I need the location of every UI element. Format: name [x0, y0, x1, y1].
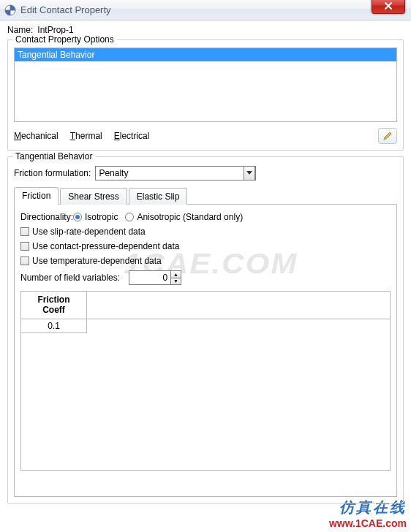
pressure-checkbox[interactable]: Use contact-pressure-dependent data	[20, 241, 179, 251]
tab-elastic-slip[interactable]: Elastic Slip	[129, 188, 188, 205]
field-vars-input[interactable]	[129, 271, 170, 284]
directionality-label: Directionality:	[20, 212, 73, 222]
pressure-label: Use contact-pressure-dependent data	[32, 241, 179, 251]
electrical-menu[interactable]: Electrical	[114, 131, 150, 141]
pencil-icon	[382, 131, 393, 141]
options-group: Contact Property Options Tangential Beha…	[7, 39, 404, 151]
tab-shear-stress[interactable]: Shear Stress	[60, 188, 127, 205]
close-icon	[384, 1, 393, 10]
anisotropic-label: Anisotropic (Standard only)	[137, 212, 243, 222]
friction-formulation-row: Friction formulation: Penalty	[14, 166, 397, 180]
dropdown-arrow-icon	[244, 166, 255, 180]
friction-table[interactable]: Friction Coeff 0.1	[20, 291, 391, 471]
isotropic-label: Isotropic	[85, 212, 118, 222]
slip-rate-row: Use slip-rate-dependent data	[20, 227, 391, 237]
options-list[interactable]: Tangential Behavior	[14, 48, 397, 122]
radio-icon	[73, 213, 82, 221]
spinner-up-icon[interactable]: ▲	[171, 271, 181, 278]
title-bar: Edit Contact Property	[0, 0, 411, 20]
isotropic-radio[interactable]: Isotropic	[73, 212, 118, 222]
window-title: Edit Contact Property	[20, 4, 111, 15]
field-vars-row: Number of field variables: ▲ ▼	[20, 270, 391, 285]
table-row[interactable]: 0.1	[21, 319, 390, 333]
spinner-buttons: ▲ ▼	[170, 271, 181, 284]
friction-coeff-header: Friction Coeff	[21, 292, 87, 319]
options-group-legend: Contact Property Options	[12, 34, 117, 45]
tab-friction[interactable]: Friction	[14, 187, 59, 205]
options-list-item[interactable]: Tangential Behavior	[15, 48, 396, 61]
temperature-row: Use temperature-dependent data	[20, 256, 391, 266]
edit-button[interactable]	[378, 128, 397, 144]
field-vars-spinner[interactable]: ▲ ▼	[129, 270, 181, 285]
temperature-checkbox[interactable]: Use temperature-dependent data	[20, 256, 162, 266]
name-row: Name: IntProp-1	[7, 25, 404, 35]
friction-tab-panel: Directionality: Isotropic Anisotropic (S…	[14, 205, 397, 497]
spinner-down-icon[interactable]: ▼	[171, 278, 181, 285]
friction-formulation-select[interactable]: Penalty	[95, 166, 256, 180]
dialog-content: Name: IntProp-1 Contact Property Options…	[0, 20, 411, 503]
close-button[interactable]	[372, 0, 405, 14]
friction-formulation-label: Friction formulation:	[14, 168, 91, 178]
slip-rate-checkbox[interactable]: Use slip-rate-dependent data	[20, 227, 146, 237]
temperature-label: Use temperature-dependent data	[32, 256, 162, 266]
name-label: Name:	[7, 25, 33, 35]
tangential-group: Tangential Behavior Friction formulation…	[7, 156, 404, 503]
checkbox-icon	[20, 227, 29, 236]
menu-row: Mechanical Thermal Electrical	[14, 128, 397, 144]
thermal-menu[interactable]: Thermal	[70, 131, 102, 141]
radio-icon	[125, 213, 134, 221]
checkbox-icon	[20, 242, 29, 251]
tabs: Friction Shear Stress Elastic Slip	[14, 186, 397, 205]
mechanical-menu[interactable]: Mechanical	[14, 131, 59, 141]
friction-formulation-value: Penalty	[99, 168, 128, 178]
slip-rate-label: Use slip-rate-dependent data	[32, 227, 146, 237]
field-vars-label: Number of field variables:	[20, 273, 120, 283]
checkbox-icon	[20, 256, 29, 265]
watermark-url: www.1CAE.com	[329, 517, 407, 529]
table-header-row: Friction Coeff	[21, 292, 390, 319]
anisotropic-radio[interactable]: Anisotropic (Standard only)	[125, 212, 243, 222]
app-icon	[4, 4, 16, 16]
pressure-row: Use contact-pressure-dependent data	[20, 241, 391, 251]
name-value: IntProp-1	[37, 25, 73, 35]
directionality-row: Directionality: Isotropic Anisotropic (S…	[20, 212, 391, 222]
tangential-legend: Tangential Behavior	[12, 151, 95, 162]
friction-coeff-cell[interactable]: 0.1	[21, 319, 87, 333]
